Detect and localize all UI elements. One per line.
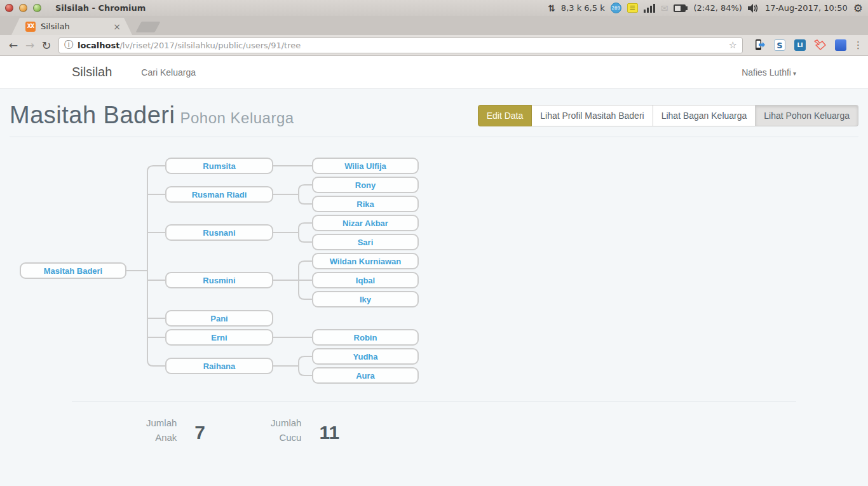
tree-node[interactable]: Sari — [312, 234, 419, 250]
bookmark-star-icon[interactable]: ☆ — [729, 39, 737, 51]
system-tray: ⇅ 8,3 k 6,5 k 289 ☰ ✉ (2:42, 84%) — [548, 2, 868, 15]
family-tree: Wilia UlfijaRumsitaRonyRikaRusman RiadiN… — [10, 151, 858, 395]
forward-icon[interactable]: → — [22, 37, 38, 53]
page-title: Masitah BaderiPohon Keluarga — [10, 102, 294, 129]
network-traffic-label: 8,3 k 6,5 k — [561, 3, 605, 13]
lihat-profil-button[interactable]: Lihat Profil Masitah Baderi — [532, 105, 653, 126]
tree-node[interactable]: Rusman Riadi — [165, 186, 273, 203]
tree-node[interactable]: Aura — [312, 367, 419, 384]
window-maximize-button[interactable] — [33, 4, 41, 12]
user-name: Nafies Luthfi — [742, 67, 791, 78]
stat-cucu-value: 11 — [319, 422, 339, 443]
workbox-extension-icon[interactable] — [834, 39, 847, 51]
stat-cucu-label-1: Jumlah — [271, 416, 301, 431]
xampp-favicon-icon: XX — [25, 22, 36, 32]
tree-node[interactable]: Rumsita — [165, 158, 273, 174]
tree-node[interactable]: Rony — [312, 177, 419, 193]
browser-menu-icon[interactable]: ⋮ — [853, 39, 863, 51]
signal-strength-icon[interactable] — [644, 4, 655, 13]
lihat-pohon-button[interactable]: Lihat Pohon Keluarga — [756, 105, 858, 126]
tree-node[interactable]: Nizar Akbar — [312, 215, 419, 231]
url-host: localhost — [78, 41, 119, 50]
tree-node[interactable]: Rusnani — [165, 224, 273, 241]
stat-cucu-label-2: Cucu — [271, 431, 301, 445]
tree-node[interactable]: Pani — [165, 310, 273, 327]
page-header: Masitah BaderiPohon Keluarga Edit Data L… — [10, 102, 858, 137]
page-content: Masitah BaderiPohon Keluarga Edit Data L… — [0, 102, 868, 445]
window-minimize-button[interactable] — [19, 4, 27, 12]
notes-indicator-icon[interactable]: ☰ — [627, 3, 638, 13]
browser-tabstrip: XX Silsilah × — [0, 16, 868, 35]
s-extension-icon[interactable]: S — [773, 39, 786, 51]
lihat-bagan-button[interactable]: Lihat Bagan Keluarga — [653, 105, 756, 126]
nav-item-cari-keluarga[interactable]: Cari Keluarga — [141, 67, 196, 78]
chevron-down-icon: ▾ — [793, 70, 796, 77]
tab-close-icon[interactable]: × — [113, 22, 121, 32]
tree-node[interactable]: Erni — [165, 329, 273, 346]
site-brand[interactable]: Silsilah — [72, 65, 112, 79]
url-path: /lv/riset/2017/silsilahku/public/users/9… — [119, 41, 301, 50]
reload-icon[interactable]: ↻ — [38, 37, 55, 53]
gear-icon[interactable]: ⚙ — [853, 2, 863, 15]
tree-node[interactable]: Rusmini — [165, 272, 273, 288]
stat-anak: Jumlah Anak 7 — [146, 416, 205, 445]
stat-anak-value: 7 — [194, 422, 205, 443]
divider — [72, 402, 796, 402]
edit-data-button[interactable]: Edit Data — [478, 105, 532, 126]
tree-node[interactable]: Iqbal — [312, 272, 419, 288]
volume-icon[interactable] — [748, 4, 759, 13]
view-button-group: Edit Data Lihat Profil Masitah Baderi Li… — [478, 105, 858, 126]
indicator-badge-icon[interactable]: 289 — [611, 3, 621, 13]
window-title: Silsilah - Chromium — [55, 3, 146, 13]
site-info-icon[interactable]: ⓘ — [64, 39, 73, 51]
new-tab-button[interactable] — [135, 22, 160, 32]
tree-node[interactable]: Masitah Baderi — [20, 262, 126, 279]
laravel-extension-icon[interactable] — [814, 39, 827, 51]
tree-node[interactable]: Iky — [312, 291, 419, 307]
browser-toolbar: ← → ↻ ⓘ localhost/lv/riset/2017/silsilah… — [0, 35, 868, 56]
tree-node[interactable]: Wilia Ulfija — [312, 158, 419, 174]
browser-tab[interactable]: XX Silsilah × — [11, 18, 132, 35]
tree-node[interactable]: Rika — [312, 196, 419, 212]
summary-stats: Jumlah Anak 7 Jumlah Cucu 11 — [10, 416, 858, 445]
li-extension-icon[interactable]: LI — [794, 39, 806, 51]
network-traffic-icon[interactable]: ⇅ — [548, 3, 555, 13]
stat-cucu: Jumlah Cucu 11 — [271, 416, 339, 445]
web-page: Silsilah Cari Keluarga Nafies Luthfi▾ Ma… — [0, 56, 868, 486]
back-icon[interactable]: ← — [5, 37, 22, 53]
battery-icon[interactable] — [674, 4, 688, 12]
tree-node[interactable]: Wildan Kurniawan — [312, 253, 419, 269]
clock-label: 17-Aug-2017, 10:50 — [765, 3, 848, 13]
site-navbar: Silsilah Cari Keluarga Nafies Luthfi▾ — [0, 56, 868, 89]
tree-node[interactable]: Yudha — [312, 348, 419, 365]
tree-node[interactable]: Raihana — [165, 358, 273, 374]
tree-node[interactable]: Robin — [312, 329, 419, 346]
stat-anak-label-2: Anak — [146, 431, 177, 445]
page-subtitle: Pohon Keluarga — [180, 109, 294, 126]
push-to-device-extension-icon[interactable] — [753, 39, 766, 51]
address-bar[interactable]: ⓘ localhost/lv/riset/2017/silsilahku/pub… — [58, 37, 743, 53]
window-titlebar: Silsilah - Chromium ⇅ 8,3 k 6,5 k 289 ☰ … — [0, 0, 868, 16]
battery-label: (2:42, 84%) — [693, 3, 742, 13]
window-close-button[interactable] — [5, 4, 13, 12]
mail-icon[interactable]: ✉ — [661, 3, 668, 13]
tab-title: Silsilah — [41, 22, 113, 31]
stat-anak-label-1: Jumlah — [146, 416, 177, 431]
url-text[interactable]: localhost/lv/riset/2017/silsilahku/publi… — [78, 41, 301, 50]
user-menu[interactable]: Nafies Luthfi▾ — [742, 67, 796, 78]
